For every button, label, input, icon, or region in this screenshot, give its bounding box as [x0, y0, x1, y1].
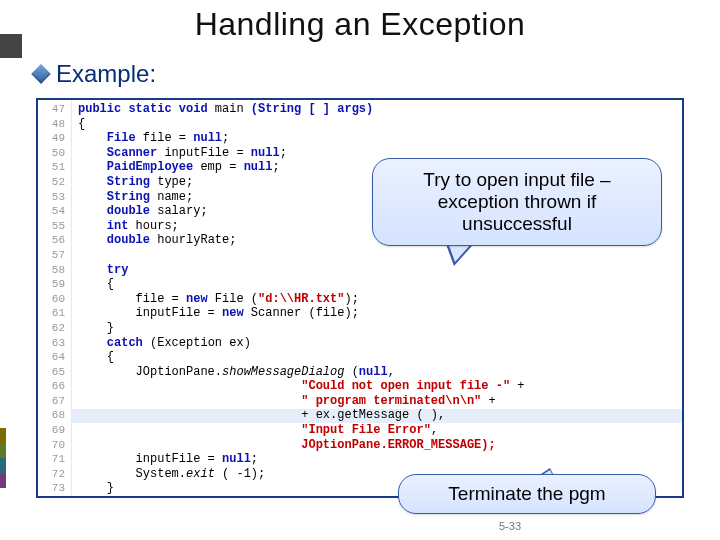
callout-try-open: Try to open input file – exception throw…	[372, 158, 662, 246]
slide: { "title": "Handling an Exception", "bul…	[0, 0, 720, 540]
page-number: 5-33	[0, 520, 720, 532]
bullet-text: Example:	[56, 60, 156, 88]
bullet-example: Example:	[34, 60, 156, 88]
diamond-bullet-icon	[31, 64, 51, 84]
line-number-gutter: 4748495051525354555657585960616263646566…	[38, 100, 72, 496]
callout-terminate: Terminate the pgm	[398, 474, 656, 514]
slide-title: Handling an Exception	[0, 6, 720, 43]
accent-stripes	[0, 428, 6, 488]
